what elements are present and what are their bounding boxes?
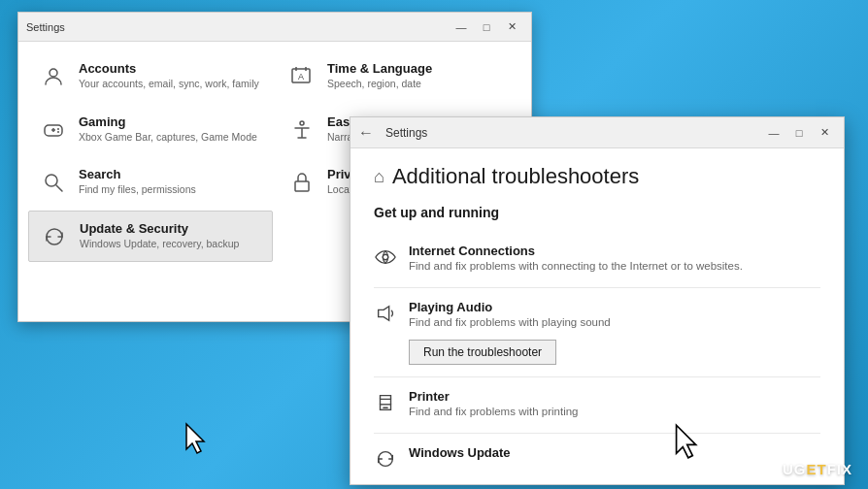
- windows-update-icon: [374, 447, 397, 471]
- ugetfix-highlight: ET: [806, 461, 826, 477]
- playing-audio-desc: Find and fix problems with playing sound: [409, 316, 820, 328]
- playing-audio-name: Playing Audio: [409, 300, 820, 314]
- svg-line-10: [56, 185, 62, 191]
- svg-point-8: [300, 121, 304, 125]
- internet-connections-desc: Find and fix problems with connecting to…: [409, 260, 820, 272]
- gaming-label: Gaming: [79, 114, 261, 129]
- svg-point-7: [57, 131, 59, 133]
- update-security-icon: [41, 223, 68, 250]
- titlebar-1-controls: — □ ✕: [450, 17, 523, 37]
- maximize-button-1[interactable]: □: [475, 17, 498, 37]
- section-header: Get up and running: [374, 205, 820, 220]
- svg-point-0: [50, 69, 57, 77]
- svg-text:A: A: [298, 72, 304, 82]
- time-language-icon: A: [288, 63, 316, 90]
- windows-update-name: Windows Update: [409, 445, 820, 460]
- settings-window-2: ← Settings — □ ✕ ⌂ Additional troublesho…: [350, 116, 845, 485]
- sidebar-item-time-language[interactable]: A Time & Language Speech, region, date: [277, 51, 521, 101]
- troubleshooter-item-windows-update: Windows Update: [374, 434, 820, 484]
- page-title: ⌂ Additional troubleshooters: [374, 164, 820, 189]
- printer-desc: Find and fix problems with printing: [409, 406, 820, 417]
- troubleshooter-item-printer: Printer Find and fix problems with print…: [374, 377, 820, 434]
- ease-of-access-icon: [288, 116, 316, 144]
- titlebar-2-title: Settings: [385, 126, 427, 140]
- privacy-icon: [288, 169, 316, 196]
- titlebar-1-title: Settings: [26, 21, 65, 33]
- internet-connections-name: Internet Connections: [409, 244, 820, 258]
- svg-point-9: [46, 175, 57, 186]
- close-button-1[interactable]: ✕: [500, 17, 523, 37]
- playing-audio-icon: [374, 302, 397, 325]
- run-troubleshooter-button[interactable]: Run the troubleshooter: [409, 340, 556, 365]
- time-language-sublabel: Speech, region, date: [327, 78, 510, 91]
- accounts-label: Accounts: [79, 61, 261, 76]
- troubleshooter-item-audio: Playing Audio Find and fix problems with…: [374, 288, 820, 377]
- accounts-sublabel: Your accounts, email, sync, work, family: [79, 78, 261, 91]
- sidebar-item-accounts[interactable]: Accounts Your accounts, email, sync, wor…: [28, 51, 273, 101]
- ugetfix-logo: UGETFIX: [783, 461, 852, 477]
- maximize-button-2[interactable]: □: [787, 123, 811, 143]
- gaming-sublabel: Xbox Game Bar, captures, Game Mode: [79, 131, 261, 145]
- svg-marker-14: [379, 307, 389, 321]
- troubleshooter-content: ⌂ Additional troubleshooters Get up and …: [351, 148, 844, 484]
- svg-point-6: [57, 128, 59, 130]
- sidebar-item-update-security[interactable]: Update & Security Windows Update, recove…: [28, 211, 273, 262]
- titlebar-1: Settings — □ ✕: [18, 13, 531, 42]
- minimize-button-1[interactable]: —: [450, 17, 473, 37]
- update-security-label: Update & Security: [80, 221, 260, 236]
- svg-rect-11: [295, 181, 309, 191]
- sidebar-item-search[interactable]: Search Find my files, permissions: [28, 157, 273, 207]
- sidebar-item-gaming[interactable]: Gaming Xbox Game Bar, captures, Game Mod…: [28, 105, 273, 154]
- back-button[interactable]: ←: [358, 125, 374, 141]
- svg-point-13: [383, 254, 388, 260]
- time-language-label: Time & Language: [327, 61, 510, 76]
- close-button-2[interactable]: ✕: [813, 123, 836, 143]
- home-icon: ⌂: [374, 167, 384, 187]
- troubleshooter-item-internet: Internet Connections Find and fix proble…: [374, 232, 820, 288]
- svg-rect-16: [383, 408, 388, 408]
- internet-connections-icon: [374, 245, 397, 269]
- search-icon: [40, 169, 67, 196]
- printer-name: Printer: [409, 389, 820, 404]
- gaming-icon: [40, 116, 67, 144]
- update-security-sublabel: Windows Update, recovery, backup: [80, 238, 260, 251]
- search-label: Search: [79, 167, 261, 181]
- titlebar-2-controls: — □ ✕: [762, 123, 836, 143]
- titlebar-2: ← Settings — □ ✕: [351, 117, 844, 148]
- minimize-button-2[interactable]: —: [762, 123, 785, 143]
- printer-icon: [374, 391, 397, 414]
- accounts-icon: [40, 63, 67, 90]
- search-sublabel: Find my files, permissions: [79, 183, 261, 197]
